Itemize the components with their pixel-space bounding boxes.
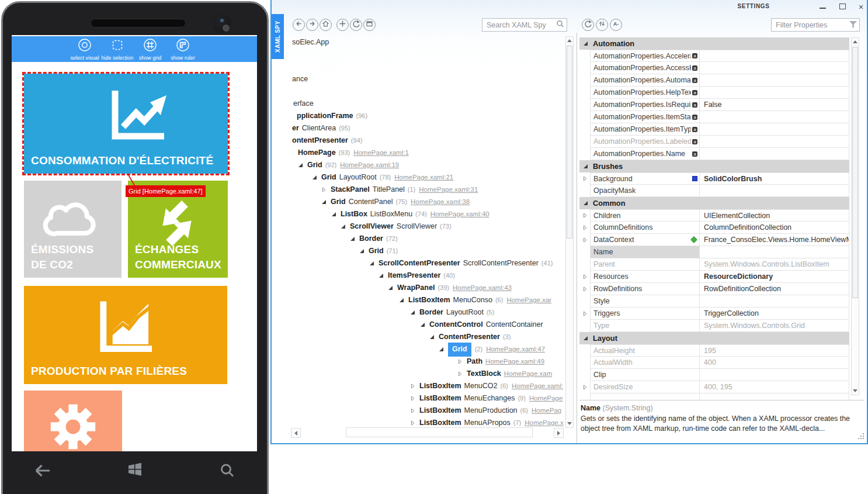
property-row[interactable]: RowDefinitionsRowDefinitionCollection (579, 283, 849, 295)
property-name-cell[interactable]: RowDefinitions (590, 283, 700, 295)
property-row[interactable]: AutomationProperties.HelpTexta (579, 87, 849, 99)
tree-node-source-link[interactable]: HomePage.xaml:40 (430, 208, 489, 220)
property-name-cell[interactable]: AutomationProperties.Namea (590, 148, 700, 160)
hide-selection-button[interactable]: hide selection (101, 38, 134, 61)
property-name-cell[interactable]: AutomationProperties.Automata (590, 74, 700, 87)
expander-closed-icon[interactable] (410, 384, 415, 389)
property-value-cell[interactable] (700, 87, 849, 99)
tree-row[interactable]: HomePage(93)HomePage.xaml:1 (292, 147, 565, 159)
tree-row[interactable]: ance (292, 73, 565, 85)
tree-row[interactable]: erClientArea(95) (292, 122, 565, 134)
property-value-cell[interactable] (700, 62, 849, 74)
tree-row[interactable]: WrapPanel(39)HomePage.xaml:43 (292, 282, 565, 294)
add-button[interactable] (336, 19, 349, 31)
property-name-cell[interactable]: Background (590, 172, 700, 185)
refresh-button[interactable] (582, 19, 594, 31)
property-row[interactable]: ActualWidth400 (579, 357, 849, 369)
tree-node-source-link[interactable]: HomePage.xaml:31 (419, 184, 478, 196)
maximize-button[interactable] (836, 2, 849, 12)
property-row[interactable]: TypeSystem.Windows.Controls.Grid (579, 320, 849, 332)
expander-closed-icon[interactable] (457, 359, 463, 364)
property-value-cell[interactable]: ColumnDefinitionCollection (700, 222, 849, 234)
tree-node-source-link[interactable]: HomePage.xaml:21 (394, 171, 453, 184)
property-row[interactable]: AutomationProperties.IsRequireaFalse (579, 99, 849, 111)
expander-open-icon[interactable] (331, 212, 336, 217)
show-grid-button[interactable]: show grid (134, 38, 166, 61)
filter-properties-input[interactable]: Filter Properties (771, 18, 860, 32)
expander-closed-icon[interactable] (579, 222, 590, 234)
back-button[interactable] (293, 19, 305, 31)
tile-apropos[interactable] (24, 391, 122, 451)
tree-row[interactable]: ScrollContentPresenterScrollContentPrese… (292, 257, 565, 270)
expander-closed-icon[interactable] (579, 172, 590, 185)
property-row[interactable]: DesiredSize400, 195 (579, 381, 849, 393)
property-value-cell[interactable]: 195 (700, 344, 849, 357)
expander-closed-icon[interactable] (579, 308, 590, 320)
expander-open-icon[interactable] (420, 322, 425, 327)
tree-node-source-link[interactable]: HomePage.xaml: (512, 380, 563, 392)
expander-closed-icon[interactable] (579, 271, 590, 283)
expander-open-icon[interactable] (388, 285, 393, 291)
property-row[interactable]: ActualHeight195 (579, 344, 849, 357)
tree-horizontal-scroll-thumb[interactable] (346, 427, 533, 437)
property-row[interactable]: DataContextFrance_ConsoElec.Views.Home.H… (579, 234, 849, 246)
tree-node-source-link[interactable]: HomePage.x (525, 417, 563, 428)
expander-closed-icon[interactable] (579, 283, 590, 295)
xamlspy-tab[interactable]: XAML SPY (272, 14, 284, 59)
tree-node-source-link[interactable]: HomePage.xaml:49 (485, 355, 544, 368)
scroll-up-icon[interactable] (566, 37, 573, 44)
expander-closed-icon[interactable] (579, 209, 590, 222)
tree-node-source-link[interactable]: HomePage.xaml:43 (453, 282, 512, 294)
refresh-button[interactable] (350, 19, 362, 31)
expander-open-icon[interactable] (583, 201, 588, 206)
tree-row[interactable]: StackPanelTitlePanel(1)HomePage.xaml:31 (292, 184, 565, 196)
tree-row[interactable]: ontentPresenter(94) (292, 134, 565, 147)
tree-row[interactable]: ListBoxItemMenuCO2(6)HomePage.xaml: (292, 380, 565, 392)
tree-row[interactable]: Grid(92)HomePage.xaml:19 (292, 159, 565, 171)
scroll-up-icon[interactable] (852, 38, 859, 46)
property-value-cell[interactable]: ResourceDictionary (700, 271, 849, 283)
properties-vertical-scrollbar[interactable] (851, 37, 859, 395)
expander-open-icon[interactable] (369, 261, 374, 266)
expander-open-icon[interactable] (410, 310, 415, 315)
property-row[interactable]: TriggersTriggerCollection (579, 308, 849, 320)
expander-closed-icon[interactable] (410, 420, 415, 426)
tree-row[interactable]: PathHomePage.xaml:49 (292, 355, 565, 368)
property-value-cell[interactable]: UIElementCollection (700, 209, 849, 222)
property-name-cell[interactable]: Name (590, 246, 700, 258)
tree-scroll-right-icon[interactable] (554, 428, 564, 438)
property-value-cell[interactable] (700, 185, 849, 197)
property-name-cell[interactable]: AutomationProperties.Acceleraa (590, 50, 700, 62)
property-category-common[interactable]: Common (579, 197, 849, 209)
tree-node-source-link[interactable]: HomePage.xar (506, 294, 551, 306)
tree-vertical-scrollbar[interactable] (565, 36, 574, 428)
show-ruler-button[interactable]: show ruler (166, 38, 199, 61)
expander-open-icon[interactable] (298, 163, 303, 168)
property-name-cell[interactable]: AutomationProperties.ItemTypea (590, 123, 700, 136)
property-value-cell[interactable]: TriggerCollection (700, 308, 849, 320)
property-row[interactable]: AutomationProperties.ItemTypea (579, 123, 849, 136)
tree-row[interactable]: ListBoxItemMenuEchanges(9)HomePage (292, 392, 565, 405)
property-value-cell[interactable]: 400 (700, 357, 849, 369)
property-category-brushes[interactable]: Brushes (579, 160, 849, 172)
expander-closed-icon[interactable] (457, 371, 463, 376)
scroll-down-icon[interactable] (566, 420, 573, 427)
tree-row[interactable]: Border(72) (292, 233, 565, 245)
property-name-cell[interactable]: ActualHeight (590, 344, 700, 357)
property-row[interactable]: AutomationProperties.Acceleraa (579, 50, 849, 62)
tree-row[interactable]: Grid(2)HomePage.xaml:47 (292, 343, 565, 355)
panel-divider[interactable] (577, 33, 577, 443)
property-row[interactable]: ResourcesResourceDictionary (579, 271, 849, 283)
tree-node-source-link[interactable]: HomePage.xaml:19 (340, 159, 399, 171)
property-name-cell[interactable]: AutomationProperties.IsRequirea (590, 99, 700, 111)
property-row[interactable]: ColumnDefinitionsColumnDefinitionCollect… (579, 222, 849, 234)
property-value-cell[interactable]: System.Windows.Controls.ListBoxItem (700, 258, 849, 271)
search-input[interactable]: Search XAML Spy (482, 18, 567, 32)
tree-scroll-left-icon[interactable] (291, 428, 301, 438)
expander-open-icon[interactable] (439, 347, 444, 352)
tree-node-source-link[interactable]: HomePage.xaml:47 (486, 343, 545, 355)
property-row[interactable]: AutomationProperties.LabeledBa (579, 136, 849, 148)
property-row[interactable]: ChildrenUIElementCollection (579, 209, 849, 222)
expander-closed-icon[interactable] (579, 234, 590, 246)
expander-open-icon[interactable] (350, 236, 355, 241)
